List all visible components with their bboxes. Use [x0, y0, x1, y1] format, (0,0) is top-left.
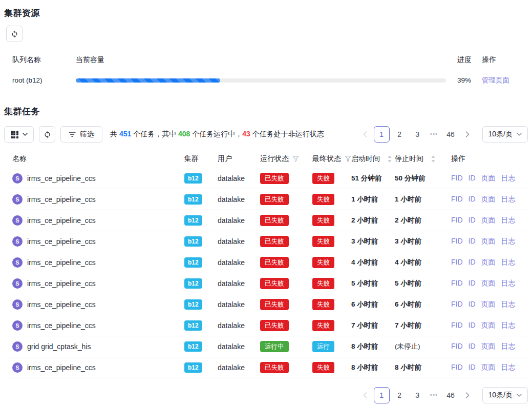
action-link[interactable]: 日志 — [501, 216, 516, 225]
tasks-refresh-button[interactable] — [39, 126, 55, 143]
pagination-page-3[interactable]: 3 — [410, 126, 425, 143]
cluster-resources-title: 集群资源 — [4, 7, 528, 19]
action-link[interactable]: 页面 — [481, 195, 496, 204]
spark-avatar-icon: S — [12, 362, 23, 373]
pagination-next-button[interactable] — [461, 387, 474, 403]
action-link[interactable]: 页面 — [481, 321, 496, 330]
pagination-page-1[interactable]: 1 — [374, 387, 390, 403]
task-name: irms_ce_pipeline_ccs — [27, 321, 96, 330]
tasks-table: 名称 集群 用户 运行状态 最终状态 启动时间 — [4, 150, 528, 378]
chevron-left-icon — [363, 392, 367, 398]
action-link[interactable]: FID — [451, 216, 463, 225]
start-time: 7 小时前 — [351, 321, 395, 330]
funnel-filter-icon[interactable] — [292, 156, 299, 162]
action-link[interactable]: 页面 — [481, 174, 496, 183]
action-link[interactable]: FID — [451, 300, 463, 309]
stop-time: (未停止) — [395, 342, 451, 351]
col-header-user: 用户 — [218, 154, 260, 164]
action-link[interactable]: FID — [451, 321, 463, 330]
action-link[interactable]: 页面 — [481, 258, 496, 267]
action-link[interactable]: ID — [469, 321, 476, 330]
page: 集群资源 队列名称 当前容量 进度 操作 root (b12) 39% 管理页面… — [0, 0, 532, 403]
action-link[interactable]: 页面 — [481, 342, 496, 351]
queue-row: root (b12) 39% 管理页面 — [4, 69, 528, 92]
action-link[interactable]: ID — [469, 363, 476, 372]
action-link[interactable]: ID — [469, 216, 476, 225]
action-link[interactable]: 日志 — [501, 174, 516, 183]
pagination-page-2[interactable]: 2 — [392, 126, 408, 143]
column-settings-dropdown-button[interactable] — [4, 126, 34, 143]
action-link[interactable]: ID — [469, 258, 476, 267]
table-row: S irms_ce_pipeline_ccs b12 datalake 已失败 … — [4, 357, 528, 378]
resources-refresh-button[interactable] — [6, 26, 23, 42]
action-link[interactable]: FID — [451, 279, 463, 288]
filter-button[interactable]: 筛选 — [60, 126, 102, 143]
action-link[interactable]: 日志 — [501, 363, 516, 372]
pagination-prev-button[interactable] — [358, 126, 372, 143]
table-row: S irms_ce_pipeline_ccs b12 datalake 已失败 … — [4, 189, 528, 210]
table-row: S irms_ce_pipeline_ccs b12 datalake 已失败 … — [4, 273, 528, 294]
run-status-badge: 已失败 — [260, 236, 289, 247]
action-link[interactable]: 日志 — [501, 342, 516, 351]
final-status-badge: 失败 — [312, 236, 334, 247]
cluster-badge: b12 — [184, 215, 202, 226]
task-user: datalake — [218, 174, 260, 183]
action-link[interactable]: 页面 — [481, 216, 496, 225]
action-link[interactable]: ID — [469, 279, 476, 288]
action-link[interactable]: FID — [451, 342, 463, 351]
action-link[interactable]: ID — [469, 300, 476, 309]
page-size-select[interactable]: 10条/页 — [482, 126, 528, 143]
action-link[interactable]: FID — [451, 363, 463, 372]
run-status-badge: 已失败 — [260, 278, 289, 289]
action-link[interactable]: 日志 — [501, 321, 516, 330]
pagination-page-46[interactable]: 46 — [443, 387, 459, 403]
action-link[interactable]: 页面 — [481, 237, 496, 246]
action-link[interactable]: FID — [451, 195, 463, 204]
run-status-badge: 已失败 — [260, 299, 289, 310]
action-link[interactable]: 页面 — [481, 300, 496, 309]
stop-time: 5 小时前 — [395, 279, 451, 288]
action-link[interactable]: 页面 — [481, 279, 496, 288]
pagination-page-1[interactable]: 1 — [374, 126, 390, 143]
pagination-page-2[interactable]: 2 — [392, 387, 408, 403]
action-link[interactable]: ID — [469, 174, 476, 183]
start-time: 8 小时前 — [351, 342, 395, 351]
task-user: datalake — [218, 237, 260, 246]
start-time: 5 小时前 — [351, 279, 395, 288]
sorter-icon[interactable] — [388, 155, 392, 163]
action-link[interactable]: ID — [469, 195, 476, 204]
col-header-final-status: 最终状态 — [312, 154, 351, 164]
action-link[interactable]: FID — [451, 174, 463, 183]
action-link[interactable]: 日志 — [501, 195, 516, 204]
action-link[interactable]: ID — [469, 237, 476, 246]
action-link[interactable]: ID — [469, 342, 476, 351]
final-status-badge: 失败 — [312, 215, 334, 226]
sorter-icon[interactable] — [431, 155, 435, 163]
pagination-next-button[interactable] — [461, 126, 474, 143]
pagination-ellipsis[interactable]: ••• — [428, 387, 441, 403]
spark-avatar-icon: S — [12, 173, 23, 184]
start-time: 3 小时前 — [351, 237, 395, 246]
action-link[interactable]: FID — [451, 237, 463, 246]
filter-button-label: 筛选 — [80, 130, 94, 139]
resources-table-header: 队列名称 当前容量 进度 操作 — [4, 51, 528, 69]
pagination-prev-button[interactable] — [358, 387, 372, 403]
pagination-page-3[interactable]: 3 — [410, 387, 425, 403]
run-status-badge: 已失败 — [260, 194, 289, 205]
action-link[interactable]: 日志 — [501, 279, 516, 288]
page-size-select[interactable]: 10条/页 — [482, 387, 528, 403]
action-link[interactable]: 日志 — [501, 300, 516, 309]
funnel-filter-icon[interactable] — [345, 156, 351, 162]
action-link[interactable]: FID — [451, 258, 463, 267]
row-actions: FIDID页面日志 — [451, 342, 528, 351]
summary-text: 共 — [110, 130, 119, 138]
pagination-page-46[interactable]: 46 — [443, 126, 459, 143]
action-link[interactable]: 日志 — [501, 258, 516, 267]
task-name: irms_ce_pipeline_ccs — [27, 258, 96, 267]
action-link[interactable]: 日志 — [501, 237, 516, 246]
task-name: grid grid_cptask_his — [27, 342, 91, 351]
manage-page-link[interactable]: 管理页面 — [482, 76, 509, 84]
action-link[interactable]: 页面 — [481, 363, 496, 372]
pagination-ellipsis[interactable]: ••• — [428, 126, 441, 143]
chevron-right-icon — [465, 392, 470, 398]
